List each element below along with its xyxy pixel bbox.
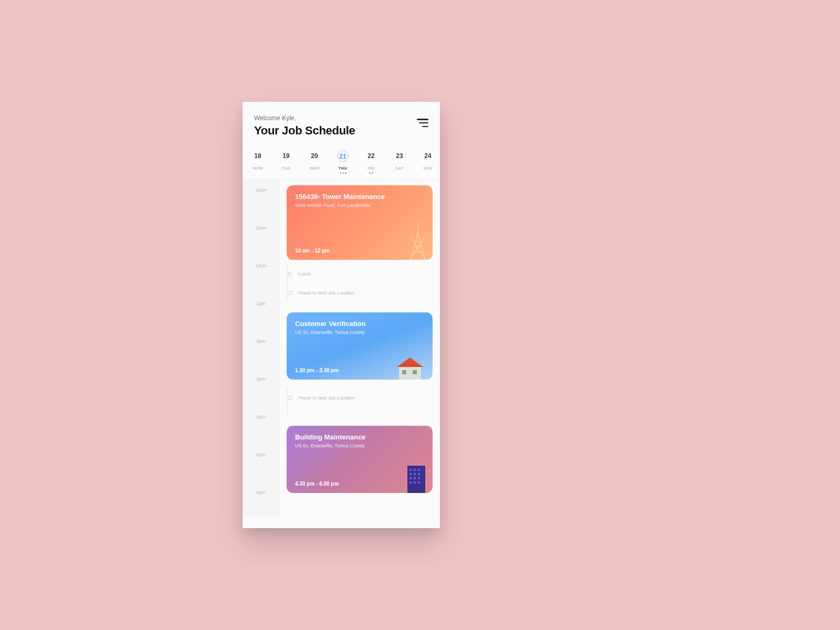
mini-event-travel[interactable]: Travel to next Job Location — [287, 289, 355, 297]
timeline: 10am11am12pm1pm2pm3pm4pm5pm6pm 156438- T… — [243, 180, 440, 516]
day-of-week: WED — [300, 166, 329, 171]
mini-label: Travel to next Job Location — [298, 395, 355, 401]
day-number: 21 — [337, 150, 349, 162]
app-screen: Welcome Kyle, Your Job Schedule 18 MON 1… — [243, 102, 440, 528]
svg-rect-16 — [410, 469, 412, 471]
job-title: Customer Verification — [295, 320, 424, 328]
svg-point-7 — [288, 294, 289, 295]
svg-rect-18 — [418, 469, 420, 471]
svg-point-14 — [291, 396, 292, 397]
route-icon — [287, 289, 294, 297]
svg-point-8 — [291, 291, 292, 292]
day-strip[interactable]: 18 MON 19 TUE 20 WED 21 THU 22 — [243, 143, 440, 180]
svg-rect-17 — [414, 469, 416, 471]
time-label: 1pm — [243, 301, 279, 306]
job-time: 1.30 pm - 3.30 pm — [295, 368, 339, 373]
day-cell-fri[interactable]: 22 FRI — [357, 150, 385, 174]
mini-event-travel[interactable]: Travel to next Job Location — [287, 394, 355, 402]
day-number: 23 — [394, 150, 405, 162]
header-titles: Welcome Kyle, Your Job Schedule — [254, 114, 355, 138]
event-dots — [300, 172, 329, 174]
mini-label: Travel to next Job Location — [298, 290, 355, 296]
day-number: 24 — [422, 150, 434, 162]
job-time: 4.30 pm - 6.00 pm — [295, 481, 339, 487]
day-cell-wed[interactable]: 20 WED — [300, 150, 329, 174]
time-label: 12pm — [243, 263, 279, 268]
event-dots — [329, 172, 357, 174]
svg-rect-24 — [418, 477, 420, 479]
schedule-column: 156438- Tower Maintenance West McNab Roa… — [279, 180, 440, 516]
utensils-icon — [287, 270, 294, 278]
time-label: 10am — [243, 187, 279, 193]
job-card-customer-verification[interactable]: Customer Verification US 31, Evansville,… — [287, 312, 433, 380]
day-number: 18 — [252, 150, 264, 162]
svg-rect-27 — [418, 481, 420, 484]
event-dots — [244, 172, 272, 174]
day-of-week: MON — [244, 166, 272, 171]
day-cell-tue[interactable]: 19 TUE — [272, 150, 300, 174]
day-of-week: FRI — [357, 166, 385, 171]
building-icon — [404, 461, 428, 493]
svg-marker-9 — [397, 358, 423, 367]
route-icon — [287, 394, 294, 402]
job-card-tower-maintenance[interactable]: 156438- Tower Maintenance West McNab Roa… — [287, 185, 433, 260]
event-dots — [272, 172, 300, 174]
welcome-text: Welcome Kyle, — [254, 114, 355, 122]
day-cell-sat[interactable]: 23 SAT — [385, 150, 414, 174]
svg-rect-26 — [414, 481, 416, 484]
svg-rect-19 — [410, 473, 412, 475]
day-of-week: THU — [329, 166, 357, 171]
time-column: 10am11am12pm1pm2pm3pm4pm5pm6pm — [243, 180, 279, 516]
day-number: 20 — [309, 150, 320, 162]
time-label: 11am — [243, 225, 279, 230]
svg-rect-12 — [413, 370, 417, 374]
svg-rect-22 — [410, 477, 412, 479]
day-of-week: SUN — [414, 166, 440, 171]
tower-icon — [407, 223, 428, 260]
job-card-building-maintenance[interactable]: Building Maintenance US 61, Evansville, … — [287, 426, 433, 493]
day-number: 19 — [280, 150, 292, 162]
svg-rect-20 — [414, 473, 416, 475]
svg-point-13 — [288, 399, 289, 400]
job-location: US 31, Evansville, Tunica County — [295, 330, 424, 335]
svg-rect-21 — [418, 473, 420, 475]
job-time: 10 am - 12 pm — [295, 248, 330, 254]
svg-rect-11 — [402, 370, 406, 374]
page-title: Your Job Schedule — [254, 124, 355, 138]
event-dots — [385, 172, 414, 174]
header: Welcome Kyle, Your Job Schedule — [243, 102, 440, 143]
job-location: US 61, Evansville, Tunica County — [295, 443, 424, 448]
mini-event-lunch[interactable]: Lunch — [287, 270, 311, 278]
house-icon — [392, 356, 428, 380]
day-cell-mon[interactable]: 18 MON — [244, 150, 272, 174]
time-label: 3pm — [243, 376, 279, 382]
time-label: 6pm — [243, 490, 279, 495]
day-of-week: TUE — [272, 166, 300, 171]
event-dots — [357, 172, 385, 174]
time-label: 4pm — [243, 414, 279, 419]
svg-rect-25 — [410, 481, 412, 484]
time-label: 2pm — [243, 339, 279, 344]
day-of-week: SAT — [385, 166, 414, 171]
day-number: 22 — [365, 150, 377, 162]
event-dots — [414, 172, 440, 174]
job-location: West McNab Road, Fort Lauderdale — [295, 203, 424, 208]
menu-icon[interactable] — [417, 119, 428, 127]
job-title: 156438- Tower Maintenance — [295, 193, 424, 201]
mini-label: Lunch — [298, 271, 311, 277]
svg-rect-23 — [414, 477, 416, 479]
time-label: 5pm — [243, 452, 279, 457]
day-cell-sun[interactable]: 24 SUN — [414, 150, 440, 174]
job-title: Building Maintenance — [295, 433, 424, 441]
day-cell-thu[interactable]: 21 THU — [329, 150, 357, 174]
